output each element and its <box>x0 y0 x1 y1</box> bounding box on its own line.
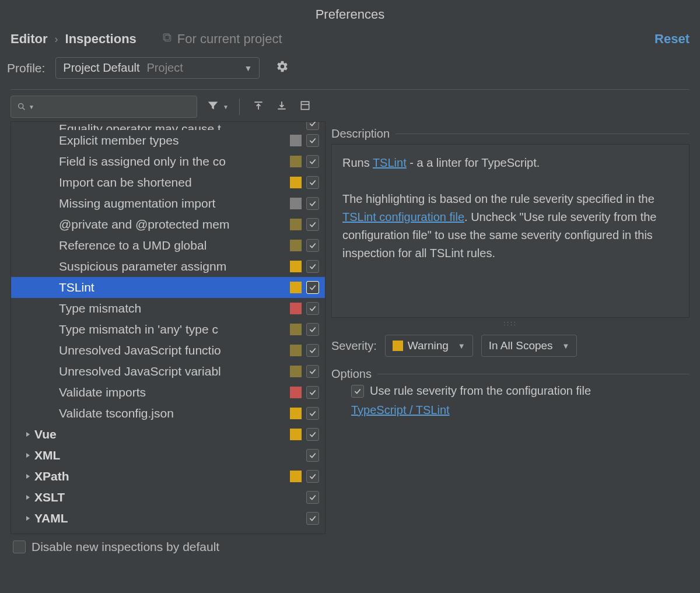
tree-row-label: Validate tsconfig.json <box>59 406 285 420</box>
checkbox-icon[interactable] <box>306 449 319 462</box>
expander-icon[interactable] <box>22 494 34 500</box>
tree-row-label: XPath <box>34 469 285 483</box>
scope-hint: For current project <box>162 31 282 47</box>
expander-icon[interactable] <box>22 431 34 437</box>
search-input[interactable]: ▼ <box>10 96 197 118</box>
tree-row[interactable]: @private and @protected mem <box>11 214 325 235</box>
options-header: Options <box>331 367 690 381</box>
checkbox-icon[interactable] <box>306 344 319 357</box>
profile-combo[interactable]: Project Default Project ▼ <box>55 57 260 79</box>
checkbox-icon[interactable] <box>306 197 319 210</box>
filter-icon[interactable] <box>204 97 222 117</box>
tree-row-label: Field is assigned only in the co <box>59 155 285 169</box>
checkbox-icon[interactable] <box>306 218 319 231</box>
tree-row-label: @private and @protected mem <box>59 217 285 231</box>
search-field[interactable] <box>39 101 191 113</box>
checkbox-icon[interactable] <box>306 491 319 504</box>
severity-row: Severity: Warning ▼ In All Scopes ▼ <box>331 335 690 357</box>
gear-icon[interactable] <box>276 60 289 76</box>
profile-label: Profile: <box>7 61 45 75</box>
chevron-right-icon: › <box>55 33 58 45</box>
severity-swatch-icon <box>290 387 302 398</box>
tree-row-label: Unresolved JavaScript functio <box>59 343 285 357</box>
severity-swatch-icon <box>290 513 302 524</box>
tree-row[interactable]: Unresolved JavaScript variabl <box>11 361 325 382</box>
checkbox-icon <box>13 541 26 553</box>
tslint-config-link[interactable]: TSLint configuration file <box>342 210 464 223</box>
checkbox-icon[interactable] <box>306 239 319 252</box>
tree-row[interactable]: Type mismatch <box>11 298 325 319</box>
expander-icon[interactable] <box>22 452 34 458</box>
chevron-down-icon: ▼ <box>458 342 466 350</box>
resize-handle[interactable]: :::: <box>331 320 690 327</box>
tree-row[interactable]: Import can be shortened <box>11 172 325 193</box>
severity-swatch-icon <box>290 324 302 335</box>
collapse-all-icon[interactable] <box>274 97 290 117</box>
tree-row-label: YAML <box>34 511 285 525</box>
tree-row[interactable]: Unresolved JavaScript functio <box>11 340 325 361</box>
inspection-tree[interactable]: Equality operator may cause tExplicit me… <box>10 121 326 534</box>
checkbox-icon[interactable] <box>306 386 319 399</box>
severity-swatch-icon <box>290 450 302 461</box>
tree-row[interactable]: Explicit member types <box>11 130 325 151</box>
severity-combo[interactable]: Warning ▼ <box>385 335 473 357</box>
checkbox-icon[interactable] <box>306 365 319 378</box>
scope-combo[interactable]: In All Scopes ▼ <box>481 335 578 357</box>
severity-swatch-icon <box>290 156 302 167</box>
window-title: Preferences <box>0 0 700 28</box>
breadcrumb-editor[interactable]: Editor <box>10 31 48 47</box>
profile-row: Profile: Project Default Project ▼ <box>0 52 700 89</box>
tree-row[interactable]: Vue <box>11 424 325 445</box>
checkbox-icon[interactable] <box>306 512 319 525</box>
svg-marker-13 <box>26 495 30 500</box>
checkbox-icon[interactable] <box>306 428 319 441</box>
typescript-tslint-link[interactable]: TypeScript / TSLint <box>351 403 690 417</box>
tree-row[interactable]: Type mismatch in 'any' type c <box>11 319 325 340</box>
checkbox-icon[interactable] <box>306 176 319 189</box>
svg-marker-11 <box>26 453 30 458</box>
tree-row[interactable]: Validate tsconfig.json <box>11 403 325 424</box>
checkbox-icon[interactable] <box>306 281 319 294</box>
checkbox-icon[interactable] <box>306 302 319 315</box>
tree-row[interactable]: Missing augmentation import <box>11 193 325 214</box>
disable-new-inspections-checkbox[interactable]: Disable new inspections by default <box>0 534 700 554</box>
severity-swatch-icon <box>290 366 302 377</box>
checkbox-icon[interactable] <box>306 155 319 168</box>
tree-toolbar: ▼ ▼ <box>0 93 700 121</box>
tree-row[interactable]: XML <box>11 445 325 466</box>
header-bar: Editor › Inspections For current project… <box>0 28 700 52</box>
reset-link[interactable]: Reset <box>654 31 690 47</box>
toggle-details-icon[interactable] <box>297 97 313 117</box>
severity-swatch-icon <box>290 219 302 230</box>
svg-marker-10 <box>26 432 30 437</box>
tree-row-label: Suspicious parameter assignm <box>59 259 285 273</box>
severity-swatch-icon <box>290 135 302 146</box>
expander-icon[interactable] <box>22 473 34 479</box>
tree-row[interactable]: XPath <box>11 466 325 487</box>
severity-swatch-icon <box>290 198 302 209</box>
tree-row[interactable]: TSLint <box>11 277 325 298</box>
tree-row-label: Reference to a UMD global <box>59 238 285 252</box>
tree-row[interactable]: Validate imports <box>11 382 325 403</box>
tree-row[interactable]: XSLT <box>11 487 325 508</box>
checkbox-icon[interactable] <box>306 407 319 420</box>
checkbox-icon[interactable] <box>306 134 319 147</box>
severity-swatch-icon <box>290 471 302 482</box>
expand-all-icon[interactable] <box>250 97 267 117</box>
tslint-link[interactable]: TSLint <box>373 156 407 169</box>
checkbox-icon[interactable] <box>306 260 319 273</box>
checkbox-icon[interactable] <box>306 323 319 336</box>
tree-row-label: Type mismatch in 'any' type c <box>59 322 285 336</box>
severity-swatch-icon <box>290 261 302 272</box>
tree-row[interactable]: Suspicious parameter assignm <box>11 256 325 277</box>
expander-icon[interactable] <box>22 515 34 521</box>
tree-row[interactable]: YAML <box>11 508 325 529</box>
checkbox-icon[interactable] <box>306 470 319 483</box>
svg-rect-0 <box>164 36 170 41</box>
tree-row[interactable]: Field is assigned only in the co <box>11 151 325 172</box>
tree-row[interactable]: Reference to a UMD global <box>11 235 325 256</box>
svg-rect-1 <box>163 34 169 40</box>
checkbox-icon <box>351 385 364 398</box>
use-rule-severity-checkbox[interactable]: Use rule severity from the configuration… <box>351 384 690 398</box>
severity-swatch-icon <box>290 492 302 503</box>
